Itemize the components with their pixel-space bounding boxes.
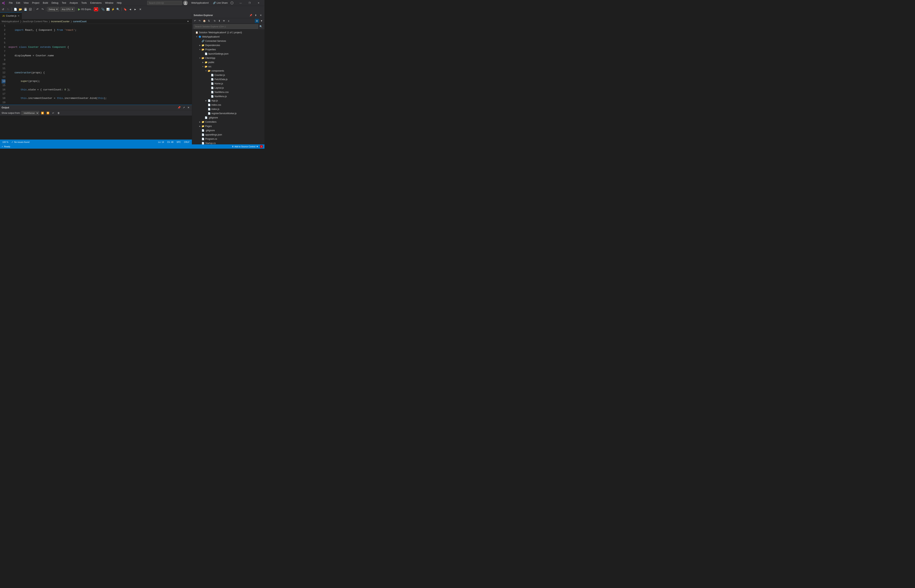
tree-toggle-src[interactable]: ▼ [201, 65, 204, 68]
undo-btn[interactable]: ↶ [35, 7, 40, 11]
encoding-status[interactable]: SPC [176, 141, 182, 143]
tree-item-gitignore2[interactable]: 📄.gitignore [192, 116, 265, 120]
prev-bookmark-btn[interactable]: ◄ [128, 7, 133, 11]
tree-item-navmenujs[interactable]: 📄NavMenu.js [192, 94, 265, 99]
menu-analyze[interactable]: Analyze [68, 1, 79, 5]
back-btn[interactable]: ↺ [1, 7, 5, 11]
forward-btn[interactable]: ↻ [6, 7, 10, 11]
tree-item-layout[interactable]: 📄Layout.js [192, 86, 265, 90]
minimize-button[interactable]: — [236, 0, 245, 6]
tree-item-project[interactable]: ▼🔷WebApplication4 [192, 35, 265, 39]
tree-item-indexjs[interactable]: 📄index.js [192, 107, 265, 111]
menu-help[interactable]: Help [115, 1, 123, 5]
diag-btn[interactable]: 🔍 [116, 7, 120, 11]
se-search-icon[interactable]: 🔍 [259, 24, 263, 29]
menu-project[interactable]: Project [31, 1, 41, 5]
tree-item-public[interactable]: ▶📁public [192, 60, 265, 65]
line-ending[interactable]: CRLF [183, 141, 190, 143]
se-switch-view-btn[interactable]: ⊞ [255, 19, 259, 23]
se-filter-btn[interactable]: ▼ [259, 19, 264, 23]
tree-item-appsettings[interactable]: 📄appsettings.json [192, 132, 265, 137]
tree-item-registerworker[interactable]: 📄registerServiceWorker.js [192, 111, 265, 116]
live-share-button[interactable]: 🔗 Live Share [212, 1, 229, 5]
tree-item-clientapp[interactable]: ▼📂ClientApp [192, 56, 265, 60]
tree-item-pages[interactable]: ▶📁Pages [192, 124, 265, 128]
tree-toggle-properties[interactable]: ▼ [198, 48, 201, 51]
global-search[interactable] [147, 1, 182, 5]
line-position[interactable]: Ln: 14 [157, 141, 165, 143]
menu-build[interactable]: Build [41, 1, 50, 5]
menu-window[interactable]: Window [103, 1, 115, 5]
se-close-btn[interactable]: ✕ [259, 13, 263, 18]
breadcrumb-var[interactable]: currentCount [73, 20, 86, 23]
tree-item-src[interactable]: ▼📂src [192, 65, 265, 69]
tree-item-home[interactable]: 📄Home.js [192, 81, 265, 86]
menu-tools[interactable]: Tools [80, 1, 88, 5]
output-wrap-btn[interactable]: ↵ [51, 111, 55, 115]
col-position[interactable]: Ch: 48 [166, 141, 174, 143]
menu-file[interactable]: File [7, 1, 14, 5]
tree-item-rootgitignore[interactable]: 📄.gitignore [192, 128, 265, 132]
menu-extensions[interactable]: Extensions [89, 1, 103, 5]
code-content[interactable]: import React, { Component } from 'react'… [8, 24, 189, 105]
redo-btn[interactable]: ↷ [40, 7, 45, 11]
tree-item-properties[interactable]: ▼📂Properties [192, 47, 265, 52]
next-bookmark-btn[interactable]: ► [133, 7, 137, 11]
tab-close-counterjs[interactable]: ✕ [18, 15, 19, 17]
menu-test[interactable]: Test [60, 1, 68, 5]
editor-vertical-scrollbar[interactable] [189, 24, 192, 105]
se-forward-btn[interactable]: ↷ [197, 19, 202, 23]
perf-btn[interactable]: ⚡ [111, 7, 115, 11]
bookmark-btn[interactable]: 🔖 [123, 7, 128, 11]
tree-toggle-appjs[interactable]: ▶ [204, 99, 207, 102]
new-file-btn[interactable]: 📄 [13, 7, 18, 11]
open-btn[interactable]: 📂 [18, 7, 23, 11]
se-back-btn[interactable]: ↶ [193, 19, 197, 23]
tree-item-appjs[interactable]: ▶📄App.js [192, 99, 265, 103]
output-float-btn[interactable]: ↗ [182, 106, 186, 110]
se-sync-btn[interactable]: ⇅ [207, 19, 211, 23]
output-scroll-bottom-btn[interactable]: ⏬ [46, 111, 50, 115]
tree-item-program[interactable]: 📄Program.cs [192, 137, 265, 141]
tree-toggle-components[interactable]: ▼ [204, 69, 207, 73]
se-git-btn[interactable]: ± [226, 19, 231, 23]
tree-toggle-public[interactable]: ▶ [201, 61, 204, 64]
issues-status[interactable]: ✓ No issues found [11, 141, 30, 144]
tree-toggle-project[interactable]: ▼ [195, 35, 198, 38]
menu-edit[interactable]: Edit [15, 1, 22, 5]
tree-item-dependencies[interactable]: ▶📁Dependencies [192, 43, 265, 47]
tree-item-solution[interactable]: 📋Solution 'WebApplication4' (1 of 1 proj… [192, 31, 265, 35]
run-highlight-btn[interactable]: ▼ [94, 7, 98, 11]
se-view-btn[interactable]: 👁 [222, 19, 226, 23]
tree-item-fetchdata[interactable]: 📄FetchData.js [192, 77, 265, 81]
clear-bookmark-btn[interactable]: ✕ [138, 7, 143, 11]
menu-view[interactable]: View [22, 1, 30, 5]
se-refresh-btn[interactable]: ↻ [213, 19, 217, 23]
tree-item-components[interactable]: ▼📂components [192, 69, 265, 73]
tree-item-navmenucss[interactable]: 📄NavMenu.css [192, 90, 265, 94]
profiler-btn[interactable]: 📊 [106, 7, 110, 11]
se-home-btn[interactable]: 🏠 [202, 19, 206, 23]
maximize-button[interactable]: ❐ [245, 0, 254, 6]
breadcrumb-funcmenu[interactable]: incrementCounter [51, 20, 70, 23]
se-search-input[interactable] [194, 24, 258, 29]
tree-item-startup[interactable]: 📄Startup.cs [192, 141, 265, 144]
platform-dropdown[interactable]: Any CPU ▼ [60, 7, 75, 11]
output-close-btn[interactable]: ✕ [186, 106, 190, 110]
output-pin-btn[interactable]: 📌 [177, 106, 181, 110]
se-pin-btn[interactable]: 📌 [249, 13, 253, 18]
save-btn[interactable]: 💾 [23, 7, 27, 11]
attach-btn[interactable]: 📎 [101, 7, 105, 11]
tree-item-indexcss[interactable]: 📄index.css [192, 103, 265, 107]
tree-toggle-controllers[interactable]: ▶ [198, 120, 201, 123]
tree-item-launchsettings[interactable]: 📄launchSettings.json [192, 52, 265, 56]
output-source-select[interactable]: IntelliSense [21, 111, 39, 115]
config-dropdown[interactable]: Debug ▼ [47, 7, 59, 11]
zoom-level[interactable]: 100 % [2, 141, 9, 143]
tree-item-controllers[interactable]: ▶📁Controllers [192, 120, 265, 124]
menu-debug[interactable]: Debug [50, 1, 60, 5]
run-button[interactable]: ▶ IIS Expre... [77, 7, 93, 11]
add-source-control-btn[interactable]: ⬆ Add to Source Control ▼ 1 [232, 145, 263, 148]
tree-item-connected[interactable]: 🔗Connected Services [192, 39, 265, 43]
tree-toggle-dependencies[interactable]: ▶ [198, 44, 201, 47]
